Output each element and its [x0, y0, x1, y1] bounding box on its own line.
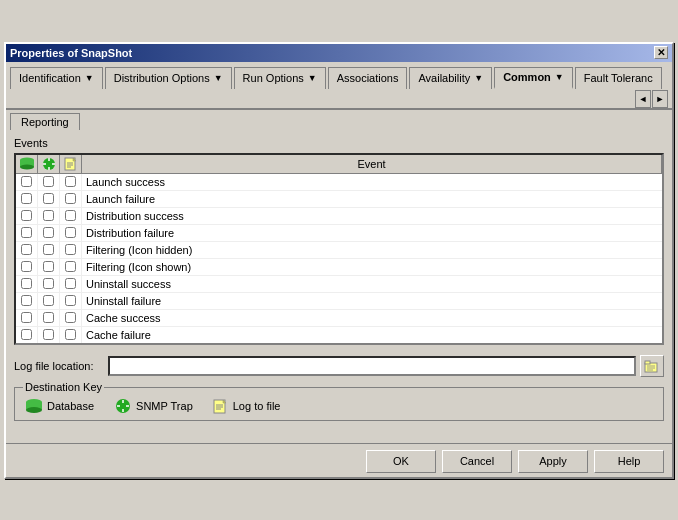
col-header-icon1 — [16, 155, 38, 173]
checkbox-col3-4[interactable] — [60, 242, 82, 258]
checkbox-col2-1[interactable] — [38, 191, 60, 207]
checkbox-col1-3[interactable] — [16, 225, 38, 241]
checkbox-file-8[interactable] — [65, 312, 76, 323]
checkbox-col2-3[interactable] — [38, 225, 60, 241]
tab-availability[interactable]: Availability ▼ — [409, 67, 492, 89]
database-icon — [19, 157, 34, 171]
chevron-down-icon: ▼ — [555, 72, 564, 82]
checkbox-snmp-9[interactable] — [43, 329, 54, 340]
checkbox-col1-4[interactable] — [16, 242, 38, 258]
checkbox-snmp-1[interactable] — [43, 193, 54, 204]
checkbox-col1-9[interactable] — [16, 327, 38, 343]
checkbox-col2-9[interactable] — [38, 327, 60, 343]
dest-snmp: SNMP Trap — [114, 398, 193, 414]
checkbox-col2-6[interactable] — [38, 276, 60, 292]
event-name-0: Launch success — [82, 174, 662, 190]
checkbox-col1-2[interactable] — [16, 208, 38, 224]
event-name-1: Launch failure — [82, 191, 662, 207]
checkbox-db-8[interactable] — [21, 312, 32, 323]
checkbox-col1-7[interactable] — [16, 293, 38, 309]
checkbox-file-5[interactable] — [65, 261, 76, 272]
checkbox-col1-0[interactable] — [16, 174, 38, 190]
svg-point-2 — [20, 164, 34, 169]
checkbox-file-0[interactable] — [65, 176, 76, 187]
checkbox-db-3[interactable] — [21, 227, 32, 238]
checkbox-col2-7[interactable] — [38, 293, 60, 309]
checkbox-file-2[interactable] — [65, 210, 76, 221]
checkbox-snmp-0[interactable] — [43, 176, 54, 187]
database-dest-icon — [25, 398, 43, 414]
checkbox-file-1[interactable] — [65, 193, 76, 204]
checkbox-col3-1[interactable] — [60, 191, 82, 207]
checkbox-db-2[interactable] — [21, 210, 32, 221]
checkbox-db-9[interactable] — [21, 329, 32, 340]
tab-prev-button[interactable]: ◄ — [635, 90, 651, 108]
help-button[interactable]: Help — [594, 450, 664, 473]
checkbox-snmp-7[interactable] — [43, 295, 54, 306]
checkbox-col3-6[interactable] — [60, 276, 82, 292]
tab-common[interactable]: Common ▼ — [494, 67, 573, 89]
subtab-reporting[interactable]: Reporting — [10, 113, 80, 130]
tab-associations[interactable]: Associations — [328, 67, 408, 89]
checkbox-snmp-5[interactable] — [43, 261, 54, 272]
tab-identification[interactable]: Identification ▼ — [10, 67, 103, 89]
checkbox-db-0[interactable] — [21, 176, 32, 187]
col-header-icon3 — [60, 155, 82, 173]
checkbox-snmp-6[interactable] — [43, 278, 54, 289]
tab-distribution-options[interactable]: Distribution Options ▼ — [105, 67, 232, 89]
tab-next-button[interactable]: ► — [652, 90, 668, 108]
checkbox-col3-8[interactable] — [60, 310, 82, 326]
checkbox-col1-1[interactable] — [16, 191, 38, 207]
browse-button[interactable] — [640, 355, 664, 377]
checkbox-db-5[interactable] — [21, 261, 32, 272]
checkbox-col1-6[interactable] — [16, 276, 38, 292]
tab-fault-tolerance[interactable]: Fault Toleranc — [575, 67, 662, 89]
log-location-input[interactable] — [108, 356, 636, 376]
snmp-icon — [41, 157, 56, 171]
checkbox-file-7[interactable] — [65, 295, 76, 306]
button-bar: OK Cancel Apply Help — [6, 443, 672, 477]
checkbox-file-3[interactable] — [65, 227, 76, 238]
checkbox-file-9[interactable] — [65, 329, 76, 340]
checkbox-snmp-8[interactable] — [43, 312, 54, 323]
chevron-down-icon: ▼ — [474, 73, 483, 83]
checkbox-snmp-3[interactable] — [43, 227, 54, 238]
checkbox-col2-8[interactable] — [38, 310, 60, 326]
snmp-dest-icon — [114, 398, 132, 414]
cancel-button[interactable]: Cancel — [442, 450, 512, 473]
event-name-4: Filtering (Icon hidden) — [82, 242, 662, 258]
checkbox-col2-2[interactable] — [38, 208, 60, 224]
dest-database-label: Database — [47, 400, 94, 412]
dest-logfile: Log to file — [213, 398, 281, 414]
checkbox-db-7[interactable] — [21, 295, 32, 306]
destination-options: Database SNMP Trap — [25, 394, 653, 414]
checkbox-col1-8[interactable] — [16, 310, 38, 326]
tab-run-options[interactable]: Run Options ▼ — [234, 67, 326, 89]
checkbox-file-6[interactable] — [65, 278, 76, 289]
checkbox-snmp-4[interactable] — [43, 244, 54, 255]
checkbox-col3-9[interactable] — [60, 327, 82, 343]
close-button[interactable]: ✕ — [654, 46, 668, 59]
checkbox-col3-5[interactable] — [60, 259, 82, 275]
window-title: Properties of SnapShot — [10, 47, 132, 59]
event-name-3: Distribution failure — [82, 225, 662, 241]
checkbox-col2-5[interactable] — [38, 259, 60, 275]
event-row: Filtering (Icon hidden) — [16, 242, 662, 259]
apply-button[interactable]: Apply — [518, 450, 588, 473]
ok-button[interactable]: OK — [366, 450, 436, 473]
checkbox-col3-0[interactable] — [60, 174, 82, 190]
checkbox-col3-2[interactable] — [60, 208, 82, 224]
checkbox-db-6[interactable] — [21, 278, 32, 289]
checkbox-db-4[interactable] — [21, 244, 32, 255]
checkbox-col2-0[interactable] — [38, 174, 60, 190]
log-location-label: Log file location: — [14, 360, 104, 372]
checkbox-col2-4[interactable] — [38, 242, 60, 258]
event-row: Launch failure — [16, 191, 662, 208]
dest-logfile-label: Log to file — [233, 400, 281, 412]
checkbox-snmp-2[interactable] — [43, 210, 54, 221]
checkbox-col1-5[interactable] — [16, 259, 38, 275]
checkbox-db-1[interactable] — [21, 193, 32, 204]
checkbox-col3-7[interactable] — [60, 293, 82, 309]
checkbox-col3-3[interactable] — [60, 225, 82, 241]
checkbox-file-4[interactable] — [65, 244, 76, 255]
